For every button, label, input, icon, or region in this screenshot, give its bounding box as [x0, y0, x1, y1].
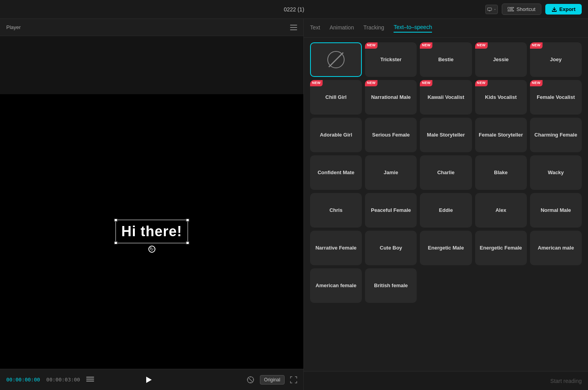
svg-rect-4	[511, 7, 514, 8]
voice-card-eddie[interactable]: Eddie	[420, 193, 472, 228]
play-button[interactable]	[143, 374, 155, 386]
svg-line-12	[249, 378, 252, 382]
export-button[interactable]: Export	[545, 4, 582, 15]
top-bar-actions: Shortcut Export	[485, 4, 582, 15]
app-title: 0222 (1)	[284, 6, 304, 13]
voice-card-female-storyteller[interactable]: Female Storyteller	[475, 118, 527, 152]
svg-rect-10	[86, 381, 94, 382]
handle-bl[interactable]	[114, 241, 117, 244]
voice-card-kawaii-vocalist[interactable]: NEWKawaii Vocalist	[420, 80, 472, 115]
voice-card-adorable-girl[interactable]: Adorable Girl	[310, 118, 362, 152]
voice-label: Jamie	[384, 169, 398, 176]
new-badge: NEW	[475, 80, 488, 86]
rotate-handle[interactable]	[148, 246, 155, 253]
shortcut-button[interactable]: Shortcut	[502, 4, 541, 15]
bottom-bar: Start reading	[304, 371, 588, 390]
handle-tr[interactable]	[186, 219, 189, 222]
voice-label: Bestie	[438, 56, 454, 63]
voice-card-charming-female[interactable]: Charming Female	[530, 118, 582, 152]
voice-label: Energetic Male	[428, 245, 464, 251]
voice-label: Chill Girl	[325, 94, 347, 101]
player-canvas: Hi there!	[0, 94, 303, 369]
voice-card-american-female[interactable]: American female	[310, 268, 362, 303]
handle-tl[interactable]	[114, 219, 117, 222]
voice-card-chris[interactable]: Chris	[310, 193, 362, 228]
voice-card-american-male[interactable]: American male	[530, 231, 582, 265]
voice-label: Kawaii Vocalist	[428, 94, 465, 101]
voice-card-charlie[interactable]: Charlie	[420, 155, 472, 190]
voice-label: Wacky	[548, 169, 564, 176]
voice-card-energetic-female[interactable]: Energetic Female	[475, 231, 527, 265]
voice-label: American male	[538, 245, 574, 251]
voice-card-male-storyteller[interactable]: Male Storyteller	[420, 118, 472, 152]
new-badge: NEW	[530, 42, 543, 49]
player-header: Player	[0, 19, 303, 36]
fullscreen-icon[interactable]	[290, 376, 297, 383]
voice-card-none[interactable]	[310, 42, 362, 77]
voice-card-jamie[interactable]: Jamie	[365, 155, 417, 190]
voice-label: Eddie	[439, 207, 453, 214]
right-panel: Text Animation Tracking Text–to–speech N…	[304, 19, 588, 390]
no-voice-icon	[327, 51, 345, 68]
voice-label: Charlie	[437, 169, 454, 176]
voice-label: Peaceful Female	[371, 207, 411, 214]
svg-rect-0	[488, 8, 492, 11]
voice-card-narrational-male[interactable]: NEWNarrational Male	[365, 80, 417, 115]
main-layout: Player Hi there! 00:00:00:00 00:00:03:00	[0, 19, 588, 390]
voice-card-joey[interactable]: NEWJoey	[530, 42, 582, 77]
voice-label: Charming Female	[534, 132, 577, 139]
voice-card-energetic-male[interactable]: Energetic Male	[420, 231, 472, 265]
voice-card-confident-mate[interactable]: Confident Mate	[310, 155, 362, 190]
voice-card-british-female[interactable]: British female	[365, 268, 417, 303]
voice-card-jessie[interactable]: NEWJessie	[475, 42, 527, 77]
new-badge: NEW	[475, 42, 488, 49]
monitor-icon[interactable]	[485, 5, 498, 14]
player-top-area	[0, 36, 303, 94]
voice-grid-container[interactable]: NEWTricksterNEWBestieNEWJessieNEWJoeyNEW…	[304, 38, 588, 371]
voice-card-narrative-female[interactable]: Narrative Female	[310, 231, 362, 265]
crop-icon[interactable]	[247, 376, 254, 384]
start-reading-button[interactable]: Start reading	[550, 378, 582, 384]
voice-label: Blake	[494, 169, 508, 176]
top-bar: 0222 (1) Shortcut	[0, 0, 588, 19]
player-menu-icon[interactable]	[290, 25, 297, 30]
player-title: Player	[6, 24, 21, 30]
voice-card-alex[interactable]: Alex	[475, 193, 527, 228]
voice-label: Serious Female	[372, 132, 410, 139]
voice-label: Male Storyteller	[427, 132, 465, 139]
tab-text[interactable]: Text	[310, 24, 320, 32]
voice-card-trickster[interactable]: NEWTrickster	[365, 42, 417, 77]
tab-animation[interactable]: Animation	[330, 24, 354, 32]
voice-card-cute-boy[interactable]: Cute Boy	[365, 231, 417, 265]
voice-card-female-vocalist[interactable]: NEWFemale Vocalist	[530, 80, 582, 115]
time-total: 00:00:03:00	[46, 377, 80, 383]
voice-label: Normal Male	[541, 207, 571, 214]
voice-label: Joey	[550, 56, 562, 63]
voice-card-chill-girl[interactable]: NEWChill Girl	[310, 80, 362, 115]
voice-label: American female	[316, 282, 356, 289]
voice-card-normal-male[interactable]: Normal Male	[530, 193, 582, 228]
svg-rect-7	[512, 10, 514, 11]
voice-label: Alex	[495, 207, 506, 214]
voice-card-blake[interactable]: Blake	[475, 155, 527, 190]
voice-card-peaceful-female[interactable]: Peaceful Female	[365, 193, 417, 228]
voice-label: British female	[374, 282, 408, 289]
svg-rect-3	[508, 7, 510, 9]
voice-card-wacky[interactable]: Wacky	[530, 155, 582, 190]
tab-tracking[interactable]: Tracking	[363, 24, 384, 32]
original-button[interactable]: Original	[260, 375, 285, 385]
voice-card-serious-female[interactable]: Serious Female	[365, 118, 417, 152]
handle-br[interactable]	[186, 241, 189, 244]
voice-card-bestie[interactable]: NEWBestie	[420, 42, 472, 77]
svg-rect-5	[511, 9, 513, 9]
new-badge: NEW	[365, 80, 377, 86]
new-badge: NEW	[530, 80, 543, 86]
voice-label: Adorable Girl	[320, 132, 352, 139]
text-element-box: Hi there!	[115, 220, 188, 243]
svg-rect-9	[86, 379, 94, 380]
timeline-layers-icon[interactable]	[86, 377, 94, 383]
voice-card-kids-vocalist[interactable]: NEWKids Vocalist	[475, 80, 527, 115]
text-element[interactable]: Hi there!	[115, 220, 188, 243]
voice-label: Narrative Female	[316, 245, 357, 251]
tab-tts[interactable]: Text–to–speech	[394, 24, 432, 33]
